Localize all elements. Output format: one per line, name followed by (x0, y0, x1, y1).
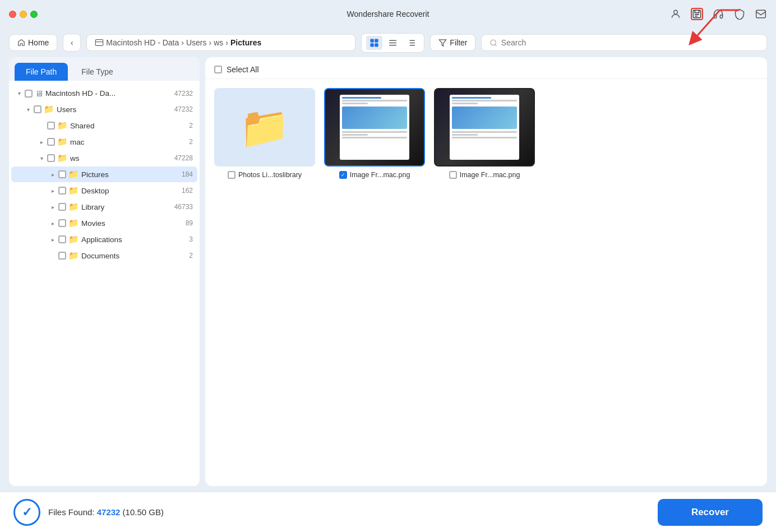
tree-item-shared[interactable]: ▸ 📁 Shared 2 (11, 118, 197, 133)
checkbox-pictures[interactable] (58, 170, 66, 178)
checkbox-movies[interactable] (58, 219, 66, 227)
file-thumbnail (434, 88, 535, 166)
view-controls (361, 33, 424, 53)
list-item[interactable]: Image Fr...mac.png (434, 88, 535, 179)
checkbox-users[interactable] (34, 105, 41, 113)
tree-item-desktop[interactable]: ▸ 📁 Desktop 162 (11, 183, 197, 198)
tree-item-applications[interactable]: ▸ 📁 Applications 3 (11, 232, 197, 247)
recover-button[interactable]: Recover (658, 499, 763, 526)
tab-file-path[interactable]: File Path (15, 63, 68, 81)
search-input[interactable] (501, 38, 759, 47)
sidebar-tabs: File Path File Type (9, 57, 200, 81)
maximize-button[interactable] (30, 11, 38, 18)
tree-count-users: 47232 (174, 105, 193, 113)
file-name: Image Fr...mac.png (350, 171, 410, 179)
chevron-right-icon: ▸ (49, 203, 56, 210)
search-bar[interactable] (481, 34, 767, 51)
tree-item-users[interactable]: ▾ 📁 Users 47232 (11, 101, 197, 117)
tree-item-pictures[interactable]: ▸ 📁 Pictures 184 (11, 166, 197, 182)
tree-label-shared: Shared (70, 122, 95, 130)
back-button[interactable]: ‹ (63, 34, 81, 52)
select-all-checkbox[interactable] (214, 66, 222, 73)
image-preview (325, 89, 424, 165)
chevron-right-icon: ▸ (49, 236, 56, 243)
tree-count-applications: 3 (189, 235, 193, 243)
tree-label-movies: Movies (81, 219, 105, 228)
filter-label: Filter (450, 38, 467, 47)
tree-label-pictures: Pictures (81, 170, 109, 179)
checkbox-documents[interactable] (58, 252, 66, 260)
sidebar-tree[interactable]: ▾ 🖥 Macintosh HD - Da... 47232 ▾ 📁 Users… (9, 81, 200, 486)
tree-label-ws: ws (70, 154, 80, 163)
file-checkbox[interactable] (449, 171, 457, 179)
folder-icon: 📁 (57, 137, 68, 147)
tree-count-documents: 2 (189, 252, 193, 260)
breadcrumb: Macintosh HD - Data › Users › ws › Pictu… (86, 34, 355, 51)
tree-label-macintosh-hd: Macintosh HD - Da... (45, 89, 116, 98)
sidebar: File Path File Type ▾ 🖥 Macintosh HD - D… (9, 57, 200, 486)
tree-item-library[interactable]: ▸ 📁 Library 46733 (11, 199, 197, 215)
file-area: Select All 📁 Photos Li...toslibrary (205, 57, 767, 486)
folder-icon: 📁 (68, 186, 79, 196)
title-bar: Wondershare Recoverit (0, 0, 776, 28)
mail-icon[interactable] (755, 8, 767, 20)
chevron-right-icon: ▸ (38, 138, 45, 145)
checkbox-applications[interactable] (58, 235, 66, 243)
folder-icon: 📁 (44, 104, 54, 114)
list-item[interactable]: 📁 Photos Li...toslibrary (214, 88, 315, 179)
toolbar: Home ‹ Macintosh HD - Data › Users › ws … (0, 28, 776, 57)
file-grid: 📁 Photos Li...toslibrary (205, 79, 767, 486)
tree-item-mac[interactable]: ▸ 📁 mac 2 (11, 134, 197, 150)
list-view-button[interactable] (385, 36, 401, 50)
tree-item-movies[interactable]: ▸ 📁 Movies 89 (11, 215, 197, 231)
filter-button[interactable]: Filter (430, 34, 475, 51)
tree-item-macintosh-hd[interactable]: ▾ 🖥 Macintosh HD - Da... 47232 (11, 86, 197, 101)
detail-view-button[interactable] (403, 36, 419, 50)
chevron-right-icon: ▸ (49, 171, 56, 178)
folder-icon: 📁 (57, 153, 68, 163)
checkbox-macintosh-hd[interactable] (25, 90, 33, 98)
select-all-label: Select All (227, 65, 259, 74)
home-label: Home (28, 38, 49, 47)
file-label: Photos Li...toslibrary (228, 171, 302, 179)
svg-rect-6 (96, 40, 103, 46)
tree-count-movies: 89 (186, 219, 193, 227)
drive-icon: 🖥 (35, 89, 43, 98)
close-button[interactable] (9, 11, 16, 18)
checkbox-desktop[interactable] (58, 187, 66, 195)
tab-file-type[interactable]: File Type (70, 63, 124, 81)
file-name: Photos Li...toslibrary (238, 171, 302, 179)
person-icon[interactable] (669, 8, 682, 20)
tree-count-ws: 47228 (174, 154, 193, 162)
file-checkbox-checked[interactable] (339, 171, 347, 179)
list-item[interactable]: Image Fr...mac.png (324, 88, 425, 179)
breadcrumb-current: Pictures (230, 38, 261, 47)
tree-count-shared: 2 (189, 122, 193, 129)
folder-icon: 📁 (68, 218, 79, 228)
svg-rect-9 (371, 43, 374, 47)
tree-item-ws[interactable]: ▾ 📁 ws 47228 (11, 150, 197, 166)
chevron-down-icon: ▾ (38, 155, 45, 161)
file-checkbox[interactable] (228, 171, 235, 179)
checkbox-shared[interactable] (47, 122, 55, 129)
files-found-label: Files Found: (48, 507, 95, 517)
save-recover-icon[interactable] (691, 8, 703, 20)
chevron-down-icon: ▾ (16, 90, 22, 97)
tree-count-macintosh-hd: 47232 (174, 90, 193, 98)
tree-item-documents[interactable]: ▸ 📁 Documents 2 (11, 248, 197, 263)
svg-point-21 (491, 40, 496, 45)
checkbox-mac[interactable] (47, 138, 55, 146)
grid-view-button[interactable] (366, 36, 382, 50)
folder-icon: 📁 (68, 202, 79, 212)
checkbox-ws[interactable] (47, 154, 55, 162)
tree-count-mac: 2 (189, 138, 193, 146)
svg-line-22 (495, 44, 497, 46)
shield-icon[interactable] (733, 8, 746, 20)
home-button[interactable]: Home (9, 34, 57, 51)
headphone-icon[interactable] (712, 8, 724, 20)
main-content: File Path File Type ▾ 🖥 Macintosh HD - D… (0, 57, 776, 486)
tree-count-pictures: 184 (182, 170, 193, 178)
minimize-button[interactable] (20, 11, 27, 18)
checkbox-library[interactable] (58, 203, 66, 211)
file-thumbnail-selected (324, 88, 425, 166)
